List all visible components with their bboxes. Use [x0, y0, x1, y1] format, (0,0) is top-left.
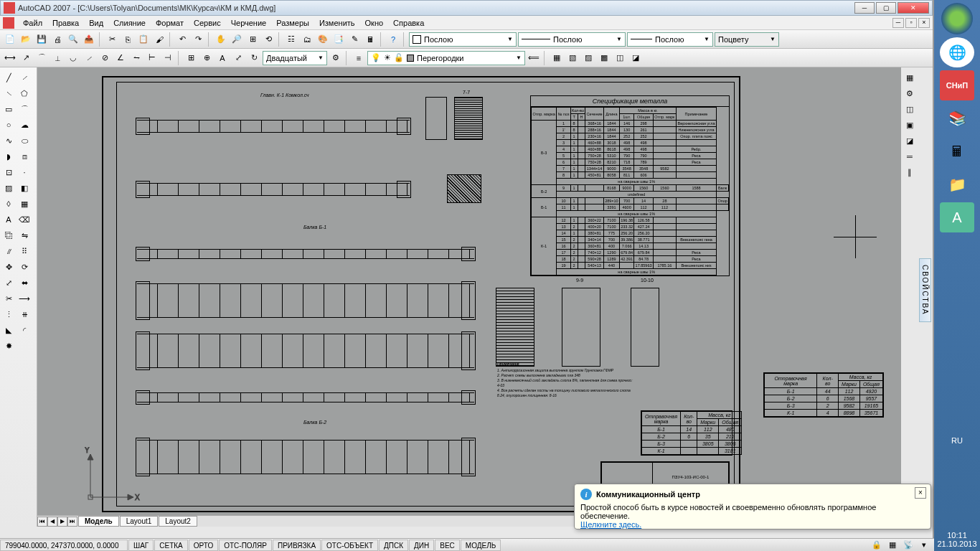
layer-mgr-icon[interactable]: ≡ — [352, 51, 366, 65]
title-bar[interactable]: AutoCAD 2007 - [C:\Users\Tolyan\Document… — [0, 0, 933, 16]
break-icon[interactable]: ⋮ — [1, 307, 16, 321]
cut-icon[interactable]: ✂ — [105, 32, 119, 47]
dimstyle-mgr-icon[interactable]: ⚙ — [329, 51, 343, 65]
rectangle-icon[interactable]: ▭ — [1, 102, 16, 116]
system-clock[interactable]: 10:11 21.10.2013 — [937, 531, 976, 551]
paste-icon[interactable]: 📋 — [136, 32, 151, 47]
ellipse-arc-icon[interactable]: ◗ — [1, 149, 16, 164]
dim-continue-icon[interactable]: ⊣ — [161, 51, 175, 65]
tolerance-icon[interactable]: ⊞ — [184, 51, 198, 65]
dim-quick-icon[interactable]: ⥊ — [129, 51, 143, 65]
toggle-ortho[interactable]: ОРТО — [189, 540, 218, 551]
toggle-osnap[interactable]: ПРИВЯЗКА — [273, 540, 321, 551]
tool-palettes-icon[interactable]: 🎨 — [316, 32, 330, 47]
sb-comm-icon[interactable]: 📡 — [901, 538, 915, 552]
menu-insert[interactable]: Слияние — [109, 17, 150, 29]
trim-icon[interactable]: ✂ — [1, 291, 16, 306]
copy-icon[interactable]: ⎘ — [121, 32, 135, 47]
tab-layout1[interactable]: Layout1 — [120, 516, 159, 527]
taskbar-autocad-icon[interactable]: A — [940, 202, 974, 232]
redo-icon[interactable]: ↷ — [191, 32, 205, 47]
minimize-button[interactable]: ─ — [854, 2, 875, 14]
maximize-button[interactable]: ▢ — [876, 2, 896, 14]
vp4-icon[interactable]: ▩ — [597, 51, 611, 65]
extend-icon[interactable]: ⟶ — [17, 291, 32, 306]
tab-prev-icon[interactable]: ◀ — [47, 517, 57, 527]
rotate-icon[interactable]: ⟳ — [17, 260, 32, 274]
spline-icon[interactable]: ∿ — [1, 133, 16, 148]
tab-next-icon[interactable]: ▶ — [57, 517, 67, 527]
taskbar-chrome-icon[interactable]: 🌐 — [940, 37, 974, 67]
toggle-ducs[interactable]: ДПСК — [379, 540, 408, 551]
region-icon[interactable]: ◊ — [1, 197, 16, 211]
menu-edit[interactable]: Правка — [48, 17, 83, 29]
mtext-icon[interactable]: A — [1, 212, 16, 227]
taskbar-calc-icon[interactable]: 🖩 — [940, 136, 974, 166]
dim-edit-icon[interactable]: A — [215, 51, 230, 65]
language-indicator[interactable]: RU — [951, 436, 963, 445]
menu-draw[interactable]: Черчение — [227, 17, 271, 29]
center-mark-icon[interactable]: ⊕ — [199, 51, 214, 65]
toggle-snap[interactable]: ШАГ — [128, 540, 154, 551]
revcloud-icon[interactable]: ☁ — [17, 118, 32, 132]
doc-close-button[interactable]: × — [918, 18, 930, 28]
dc-icon[interactable]: 🗂 — [300, 32, 314, 47]
calc-icon[interactable]: 🖩 — [363, 32, 377, 47]
doc-restore-button[interactable]: ▫ — [905, 18, 917, 28]
match-icon[interactable]: 🖌 — [152, 32, 166, 47]
dim-update-icon[interactable]: ↻ — [247, 51, 261, 65]
block-make-icon[interactable]: ⊡ — [1, 165, 16, 179]
dim-tedit-icon[interactable]: ⤢ — [231, 51, 245, 65]
table-icon[interactable]: ▦ — [17, 197, 32, 211]
zoom-win-icon[interactable]: ⊞ — [245, 32, 260, 47]
ellipse-icon[interactable]: ⬭ — [17, 133, 32, 148]
notification-link[interactable]: Щелкните здесь. — [580, 520, 641, 529]
publish-icon[interactable]: 📤 — [82, 32, 96, 47]
block-insert-icon[interactable]: ⧈ — [17, 149, 32, 164]
dim-dia-icon[interactable]: ⊘ — [98, 51, 112, 65]
dim-ord-icon[interactable]: ⟂ — [50, 51, 65, 65]
point-icon[interactable]: · — [17, 165, 32, 179]
vp5-icon[interactable]: ◫ — [613, 51, 627, 65]
notification-close-button[interactable]: × — [915, 487, 926, 499]
xline-icon[interactable]: ⟋ — [17, 70, 32, 85]
offset-icon[interactable]: ⫽ — [1, 244, 16, 258]
rt-icon-7[interactable]: ∥ — [903, 165, 917, 179]
chamfer-icon[interactable]: ◣ — [1, 323, 16, 337]
layer-prev-icon[interactable]: ⟸ — [527, 51, 541, 65]
rt-icon-5[interactable]: ◪ — [903, 133, 917, 148]
menu-view[interactable]: Вид — [85, 17, 108, 29]
sheet-set-icon[interactable]: 📑 — [331, 32, 346, 47]
tab-model[interactable]: Модель — [78, 516, 119, 527]
scale-icon[interactable]: ⤢ — [1, 276, 16, 290]
explode-icon[interactable]: ✸ — [1, 339, 16, 353]
circle-icon[interactable]: ○ — [1, 118, 16, 132]
gradient-icon[interactable]: ◧ — [17, 181, 32, 195]
rt-icon-1[interactable]: ▦ — [903, 70, 917, 85]
linetype-dropdown[interactable]: Послою ▼ — [518, 32, 626, 47]
mirror-icon[interactable]: ⇋ — [17, 228, 32, 242]
dim-radius-icon[interactable]: ◡ — [66, 51, 80, 65]
color-dropdown[interactable]: Послою ▼ — [409, 32, 517, 47]
dim-baseline-icon[interactable]: ⊢ — [145, 51, 159, 65]
toggle-lwt[interactable]: ВЕС — [435, 540, 460, 551]
doc-minimize-button[interactable]: ─ — [892, 18, 904, 28]
markup-icon[interactable]: ✎ — [347, 32, 362, 47]
coords-display[interactable]: 799040.0000, 247370.0000, 0.0000 — [0, 540, 128, 551]
toggle-dyn[interactable]: ДИН — [409, 540, 434, 551]
help-icon[interactable]: ? — [386, 32, 400, 47]
preview-icon[interactable]: 🔍 — [66, 32, 80, 47]
print-icon[interactable]: 🖨 — [50, 32, 65, 47]
properties-icon[interactable]: ☷ — [284, 32, 298, 47]
tab-first-icon[interactable]: ⏮ — [37, 517, 47, 527]
toggle-model[interactable]: МОДЕЛЬ — [461, 540, 501, 551]
sb-tray-icon[interactable]: ▦ — [885, 538, 900, 552]
menu-dimension[interactable]: Размеры — [272, 17, 314, 29]
plotstyle-dropdown[interactable]: Поцвету ▼ — [715, 32, 779, 47]
tab-layout2[interactable]: Layout2 — [159, 516, 197, 527]
rt-icon-3[interactable]: ◫ — [903, 102, 917, 116]
app-menu-icon[interactable] — [3, 17, 14, 29]
menu-format[interactable]: Формат — [151, 17, 188, 29]
fillet-icon[interactable]: ◜ — [17, 323, 32, 337]
line-icon[interactable]: ╱ — [1, 70, 16, 85]
